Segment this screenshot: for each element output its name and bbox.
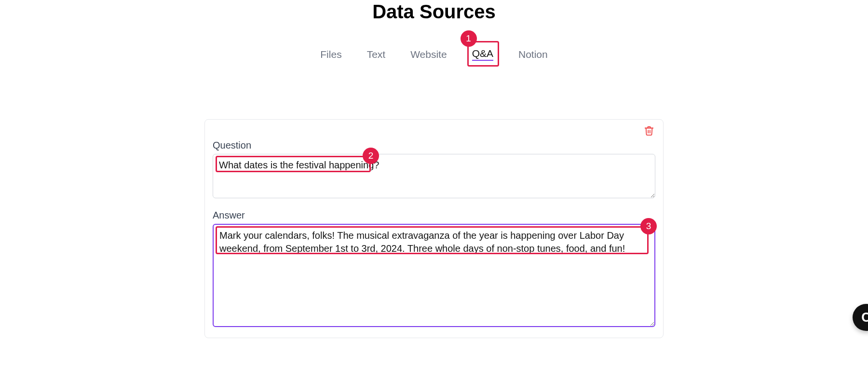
tab-text[interactable]: Text <box>367 48 386 61</box>
answer-label: Answer <box>213 210 655 221</box>
tab-qa[interactable]: Q&A <box>472 47 493 61</box>
page-title: Data Sources <box>0 1 868 23</box>
qa-card: Question Answer <box>204 119 664 338</box>
tab-bar: Files Text Website Q&A Notion <box>0 48 868 61</box>
chat-bubble-letter: C <box>861 310 868 325</box>
answer-input[interactable] <box>213 224 655 327</box>
tab-files[interactable]: Files <box>320 48 341 61</box>
annotation-badge-2: 2 <box>363 148 379 164</box>
question-label: Question <box>213 140 655 151</box>
tab-website[interactable]: Website <box>410 48 447 61</box>
chat-bubble-button[interactable]: C <box>853 304 868 331</box>
tab-notion[interactable]: Notion <box>518 48 548 61</box>
question-input[interactable] <box>213 154 655 198</box>
annotation-badge-1: 1 <box>461 30 477 47</box>
trash-icon[interactable] <box>644 125 654 136</box>
annotation-badge-3: 3 <box>640 218 657 234</box>
tab-qa-wrap: Q&A <box>472 48 493 61</box>
